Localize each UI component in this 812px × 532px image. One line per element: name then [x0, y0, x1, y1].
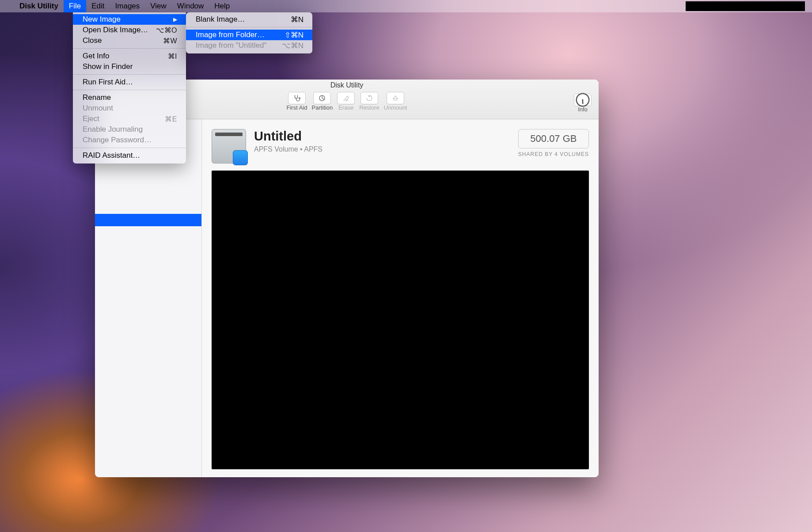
volume-text: Untitled APFS Volume • APFS [254, 129, 323, 153]
menuitem-label: Eject [83, 114, 99, 123]
erase-icon [342, 94, 350, 102]
menuitem-unmount: Unmount [73, 103, 186, 114]
menu-edit[interactable]: Edit [86, 0, 110, 12]
menuitem-label: Image from "Untitled" [196, 41, 266, 50]
file-menu-dropdown: New Image ▶ Open Disk Image… ⌥⌘O Close ⌘… [73, 12, 186, 163]
submenuitem-image-from-untitled: Image from "Untitled" ⌥⌘N [186, 40, 312, 51]
shortcut: ⌘W [163, 37, 177, 45]
submenuitem-image-from-folder[interactable]: Image from Folder… ⇧⌘N [186, 30, 312, 40]
menuitem-label: Rename [83, 93, 111, 102]
tool-info[interactable]: Info [574, 94, 592, 113]
tool-label: Partition [311, 104, 333, 111]
menuitem-raid-assistant[interactable]: RAID Assistant… [73, 150, 186, 161]
shortcut: ⌥⌘N [282, 41, 304, 50]
menuitem-label: Blank Image… [196, 15, 245, 24]
volume-name: Untitled [254, 129, 323, 144]
menu-view[interactable]: View [145, 0, 172, 12]
menubar: Disk Utility File Edit Images View Windo… [0, 0, 812, 12]
menuitem-label: RAID Assistant… [83, 151, 140, 160]
main-pane: Untitled APFS Volume • APFS 500.07 GB SH… [202, 119, 599, 477]
menuitem-label: Get Info [83, 52, 109, 61]
menu-separator [73, 48, 186, 49]
app-name[interactable]: Disk Utility [14, 2, 64, 11]
tool-unmount: Unmount [384, 92, 407, 111]
tool-erase: Erase [337, 92, 355, 111]
stethoscope-icon [293, 94, 301, 102]
menuitem-label: Change Password… [83, 136, 152, 144]
volume-size: 500.07 GB [518, 129, 589, 148]
sidebar-selection[interactable] [95, 214, 201, 226]
menuitem-label: Show in Finder [83, 62, 133, 71]
menuitem-label: Run First Aid… [83, 78, 133, 87]
tool-label: First Aid [287, 104, 307, 111]
volume-shared-caption: SHARED BY 4 VOLUMES [518, 151, 589, 157]
menu-separator [73, 148, 186, 148]
menu-images[interactable]: Images [110, 0, 145, 12]
eject-icon [391, 94, 399, 102]
menuitem-eject: Eject ⌘E [73, 114, 186, 124]
menuitem-label: Enable Journaling [83, 125, 143, 134]
menuitem-show-in-finder[interactable]: Show in Finder [73, 61, 186, 72]
submenuitem-blank-image[interactable]: Blank Image… ⌘N [186, 14, 312, 25]
svg-point-0 [299, 98, 300, 99]
tool-partition[interactable]: Partition [311, 92, 333, 111]
menuitem-label: New Image [83, 15, 121, 24]
menuitem-label: Close [83, 36, 102, 45]
menuitem-rename[interactable]: Rename [73, 92, 186, 103]
menu-separator [73, 74, 186, 75]
volume-subtitle: APFS Volume • APFS [254, 145, 323, 153]
menuitem-enable-journaling: Enable Journaling [73, 124, 186, 135]
window-title: Disk Utility [330, 81, 364, 89]
menuitem-open-disk-image[interactable]: Open Disk Image… ⌥⌘O [73, 25, 186, 35]
menuitem-label: Image from Folder… [196, 30, 265, 39]
menu-file[interactable]: File [64, 0, 86, 12]
shortcut: ⌘N [291, 15, 304, 24]
toolbar: First Aid Partition Erase Restore Unmoun… [287, 92, 407, 111]
menuitem-run-first-aid[interactable]: Run First Aid… [73, 77, 186, 87]
tool-label: Erase [338, 104, 353, 111]
disk-icon [212, 129, 246, 163]
sidebar[interactable] [95, 119, 202, 477]
volume-header: Untitled APFS Volume • APFS 500.07 GB SH… [212, 129, 589, 163]
tool-first-aid[interactable]: First Aid [287, 92, 307, 111]
shortcut: ⌥⌘O [156, 26, 177, 34]
tool-restore: Restore [359, 92, 379, 111]
tool-label: Restore [359, 104, 379, 111]
menu-help[interactable]: Help [209, 0, 235, 12]
window-body: Untitled APFS Volume • APFS 500.07 GB SH… [95, 119, 599, 477]
tool-label: Unmount [384, 104, 407, 111]
volume-size-box: 500.07 GB SHARED BY 4 VOLUMES [518, 129, 589, 157]
shortcut: ⌘E [165, 115, 177, 123]
menu-separator [73, 90, 186, 90]
submenu-arrow-icon: ▶ [173, 16, 177, 23]
content-redacted [212, 171, 589, 469]
tool-label: Info [578, 106, 588, 113]
menu-window[interactable]: Window [172, 0, 209, 12]
menubar-right-redacted [686, 1, 805, 11]
menuitem-label: Unmount [83, 104, 113, 113]
restore-icon [365, 94, 373, 102]
pie-icon [318, 94, 326, 102]
menuitem-label: Open Disk Image… [83, 26, 148, 34]
shortcut: ⌘I [168, 52, 177, 61]
new-image-submenu: Blank Image… ⌘N Image from Folder… ⇧⌘N I… [186, 12, 312, 53]
menuitem-close[interactable]: Close ⌘W [73, 35, 186, 46]
menuitem-get-info[interactable]: Get Info ⌘I [73, 51, 186, 61]
menuitem-new-image[interactable]: New Image ▶ [73, 14, 186, 25]
menuitem-change-password: Change Password… [73, 135, 186, 145]
menu-separator [186, 27, 312, 27]
shortcut: ⇧⌘N [285, 30, 304, 40]
